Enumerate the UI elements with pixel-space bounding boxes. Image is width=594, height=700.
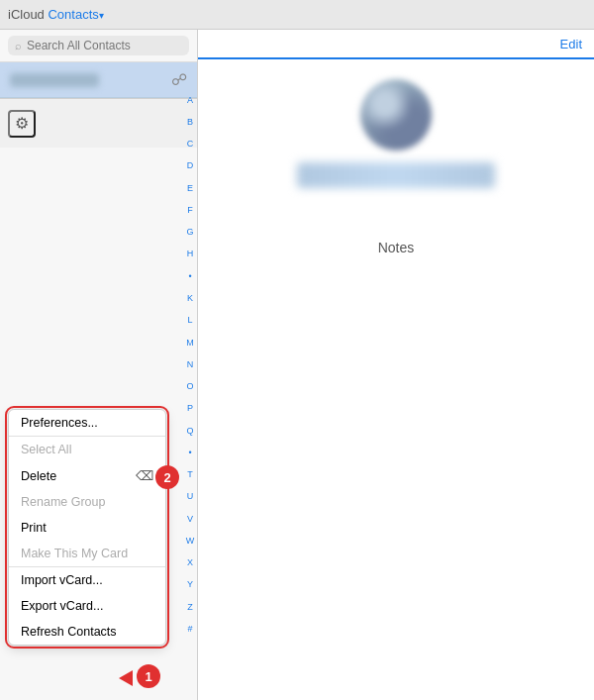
menu-item-print[interactable]: Print	[9, 515, 165, 541]
search-input[interactable]	[27, 39, 182, 52]
alpha-letter-M[interactable]: M	[186, 339, 194, 348]
alpha-letter-Q[interactable]: Q	[186, 427, 193, 436]
menu-item-preferences[interactable]: Preferences...	[9, 410, 165, 436]
contact-list-item[interactable]: ☍	[0, 62, 197, 98]
content-area: Edit Notes	[198, 30, 594, 700]
alpha-letter-E[interactable]: E	[187, 184, 193, 193]
person-icon: ☍	[171, 70, 187, 89]
alpha-letter-V[interactable]: V	[187, 515, 193, 524]
menu-item-rename_group: Rename Group	[9, 489, 165, 515]
alpha-letter-Z[interactable]: Z	[187, 603, 193, 612]
menu-item-refresh_contacts[interactable]: Refresh Contacts	[9, 619, 165, 645]
arrow-right-icon	[119, 670, 133, 686]
contact-name-blurred	[10, 73, 99, 87]
delete-icon: ⌫	[136, 468, 153, 483]
avatar-image	[360, 79, 432, 150]
contact-name-right	[297, 162, 495, 188]
alpha-letter-B[interactable]: B	[187, 118, 193, 127]
icloud-label: iCloud	[8, 7, 45, 22]
menu-item-select_all: Select All	[9, 437, 165, 462]
menu-item-delete[interactable]: Delete⌫	[9, 462, 165, 489]
alpha-letter-•[interactable]: •	[188, 272, 191, 281]
alpha-letter-K[interactable]: K	[187, 294, 193, 303]
alpha-letter-L[interactable]: L	[187, 316, 192, 325]
arrow-indicator-1	[119, 670, 133, 686]
alpha-letter-O[interactable]: O	[186, 382, 193, 391]
alpha-letter-X[interactable]: X	[187, 558, 193, 567]
notes-label: Notes	[378, 240, 415, 255]
sidebar: ⌕ ☍ ABCDEFGH•KLMNOPQ•TUVWXYZ# 2 Preferen…	[0, 30, 198, 700]
alpha-letter-G[interactable]: G	[186, 228, 193, 237]
alpha-letter-W[interactable]: W	[186, 537, 195, 546]
alpha-letter-D[interactable]: D	[187, 161, 194, 170]
content-header: Edit	[198, 30, 594, 59]
alpha-letter-F[interactable]: F	[187, 206, 193, 215]
badge-1: 1	[137, 664, 160, 688]
alpha-letter-Y[interactable]: Y	[187, 580, 193, 589]
avatar	[360, 79, 432, 150]
alphabet-index: ABCDEFGH•KLMNOPQ•TUVWXYZ#	[183, 89, 197, 641]
alpha-letter-#[interactable]: #	[187, 625, 192, 634]
search-bar: ⌕	[0, 30, 197, 62]
alpha-letter-H[interactable]: H	[187, 250, 194, 258]
alpha-letter-T[interactable]: T	[187, 470, 193, 479]
sidebar-bottom: ⚙ 1	[0, 98, 197, 148]
badge-2: 2	[155, 465, 179, 489]
gear-icon: ⚙	[15, 114, 29, 133]
chevron-icon[interactable]: ▾	[99, 10, 104, 21]
search-wrapper[interactable]: ⌕	[8, 36, 189, 55]
gear-button[interactable]: ⚙	[8, 110, 36, 138]
menu-item-export_vcard[interactable]: Export vCard...	[9, 593, 165, 619]
menu-item-make_this_my_card: Make This My Card	[9, 541, 165, 566]
alpha-letter-U[interactable]: U	[187, 492, 194, 501]
edit-button[interactable]: Edit	[560, 37, 582, 51]
contact-detail: Notes	[198, 59, 594, 275]
alpha-letter-C[interactable]: C	[187, 140, 194, 149]
main-layout: ⌕ ☍ ABCDEFGH•KLMNOPQ•TUVWXYZ# 2 Preferen…	[0, 30, 594, 700]
alpha-letter-•[interactable]: •	[188, 449, 191, 457]
search-icon: ⌕	[15, 40, 22, 51]
alpha-letter-N[interactable]: N	[187, 360, 194, 369]
top-bar: iCloud Contacts▾	[0, 0, 594, 30]
context-menu: Preferences...Select AllDelete⌫Rename Gr…	[8, 409, 166, 646]
alpha-letter-P[interactable]: P	[187, 404, 193, 413]
app-title: iCloud Contacts▾	[8, 7, 104, 22]
alpha-letter-A[interactable]: A	[187, 96, 193, 105]
menu-item-import_vcard[interactable]: Import vCard...	[9, 567, 165, 593]
contacts-label[interactable]: Contacts	[48, 7, 98, 22]
